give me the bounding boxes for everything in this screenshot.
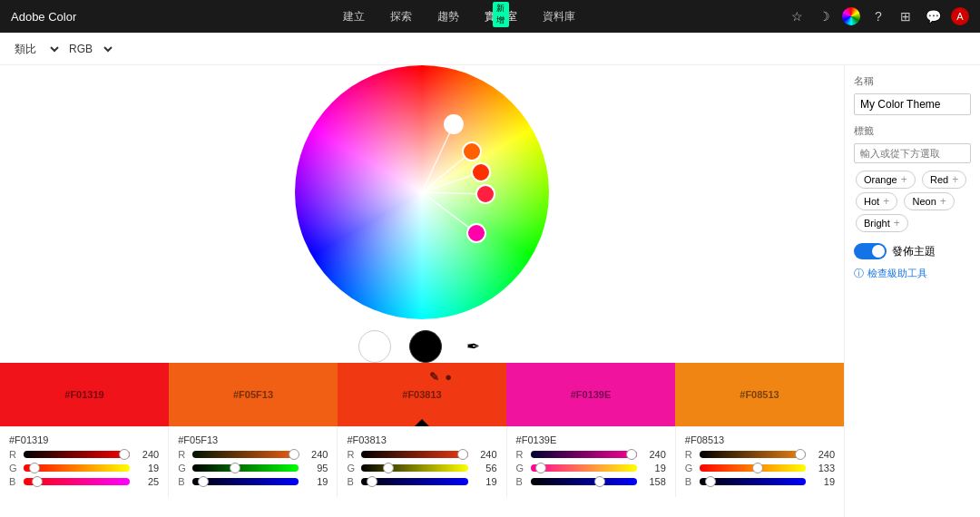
eyedropper-button[interactable]: ✒	[460, 334, 485, 359]
value-col-2: #F05F13 R 240 G 95 B	[169, 427, 338, 497]
swatch-icons: ✎ ●	[429, 370, 452, 384]
r-value-1: 240	[133, 449, 159, 460]
swatch-hex-2: #F05F13	[233, 389, 273, 400]
tag-bright[interactable]: Bright+	[856, 214, 908, 232]
wheel-controls: ✒	[358, 330, 485, 363]
channel-g-3: G 56	[347, 463, 496, 473]
r-slider-1[interactable]	[24, 451, 130, 458]
color-wheel[interactable]	[295, 65, 549, 319]
mode-select[interactable]: RGB HSB CMYK	[65, 42, 115, 56]
channel-b-2: B 19	[178, 476, 328, 487]
wheel-section: ✒	[0, 65, 844, 363]
channel-r-4: R 240	[516, 449, 666, 460]
b-value-1: 25	[133, 476, 159, 487]
value-col-3: #F03813 R 240 G 56 B	[338, 427, 506, 497]
star-icon[interactable]: ☆	[788, 7, 806, 25]
left-main: ✒ #F01319 #F05F13 #F03813 ✎ ● #F0139E	[0, 65, 844, 517]
tags-container: Orange+ Red+ Hot+ Neon+ Bright+	[854, 169, 971, 234]
r-slider-4[interactable]	[531, 451, 637, 458]
channel-r-5: R 240	[685, 449, 835, 460]
hex-label-1: #F01319	[9, 434, 159, 445]
tags-section: 標籤 Orange+ Red+ Hot+ Neon+ Bright+	[854, 124, 971, 234]
nav-trends[interactable]: 趨勢	[437, 9, 459, 24]
channel-g-1: G 19	[9, 463, 159, 473]
b-slider-4[interactable]	[531, 478, 637, 485]
r-slider-3[interactable]	[361, 451, 467, 458]
hex-label-5: #F08513	[685, 434, 835, 445]
nav-build[interactable]: 建立	[343, 9, 365, 24]
swatch-5[interactable]: #F08513	[675, 363, 844, 426]
channel-b-4: B 158	[516, 476, 666, 487]
tags-input[interactable]	[854, 143, 971, 163]
color-values-row: #F01319 R 240 G 19 B	[0, 426, 844, 497]
channel-g-5: G 133	[685, 463, 835, 473]
channel-g-4: G 19	[516, 463, 666, 473]
channel-r-2: R 240	[178, 449, 328, 460]
g-slider-2[interactable]	[192, 464, 299, 472]
app-logo: Adobe Color	[11, 10, 76, 24]
hex-label-2: #F05F13	[178, 434, 328, 445]
g-slider-4[interactable]	[531, 464, 637, 472]
g-slider-3[interactable]	[361, 464, 467, 472]
white-swatch[interactable]	[358, 330, 391, 363]
swatch-3[interactable]: #F03813 ✎ ●	[338, 363, 506, 426]
color-icon[interactable]	[842, 7, 860, 25]
tag-orange[interactable]: Orange+	[856, 171, 916, 189]
r-label-1: R	[9, 449, 20, 460]
accessibility-label: 檢查級助工具	[867, 267, 927, 280]
panel-name-title: 名稱	[854, 74, 971, 88]
grid-icon[interactable]: ⊞	[897, 7, 915, 25]
swatch-edit-icon[interactable]: ✎	[429, 370, 439, 384]
g-value-1: 19	[133, 463, 159, 473]
avatar[interactable]: A	[951, 7, 969, 25]
moon-icon[interactable]: ☽	[815, 7, 833, 25]
tag-red[interactable]: Red+	[922, 171, 966, 189]
r-slider-2[interactable]	[192, 451, 299, 458]
channel-b-1: B 25	[9, 476, 159, 487]
swatch-1[interactable]: #F01319	[0, 363, 169, 426]
swatches-row: #F01319 #F05F13 #F03813 ✎ ● #F0139E #F08…	[0, 363, 844, 426]
black-swatch[interactable]	[409, 330, 442, 363]
chat-icon[interactable]: 💬	[924, 7, 942, 25]
b-slider-1[interactable]	[24, 478, 130, 485]
publish-row: 發佈主題	[854, 243, 971, 259]
channel-b-3: B 19	[347, 476, 496, 487]
theme-name-input[interactable]	[854, 93, 971, 115]
nav-badge: 新增	[493, 2, 509, 27]
swatch-info-icon[interactable]: ●	[445, 370, 452, 384]
b-slider-5[interactable]	[700, 478, 806, 485]
swatch-2[interactable]: #F05F13	[169, 363, 338, 426]
value-col-1: #F01319 R 240 G 19 B	[0, 427, 169, 497]
b-label-1: B	[9, 476, 20, 487]
help-icon[interactable]: ?	[869, 7, 887, 25]
value-col-5: #F08513 R 240 G 133 B	[676, 427, 844, 497]
r-slider-5[interactable]	[700, 451, 806, 458]
swatch-4[interactable]: #F0139E	[506, 363, 675, 426]
wheel-container[interactable]	[295, 65, 549, 319]
nav-icons: ☆ ☽ ? ⊞ 💬 A	[788, 7, 969, 25]
swatch-hex-5: #F08513	[740, 389, 779, 400]
nav-library[interactable]: 資料庫	[543, 9, 575, 24]
g-slider-1[interactable]	[24, 464, 130, 472]
channel-g-2: G 95	[178, 463, 328, 473]
g-label-1: G	[9, 463, 20, 473]
b-slider-2[interactable]	[192, 478, 299, 485]
publish-label: 發佈主題	[892, 244, 936, 259]
nav-links: 建立 探索 趨勢 新增 實驗室 資料庫	[131, 9, 788, 24]
publish-toggle[interactable]	[854, 243, 887, 259]
value-col-4: #F0139E R 240 G 19 B	[507, 427, 676, 497]
swatch-hex-4: #F0139E	[571, 389, 612, 400]
hex-label-4: #F0139E	[516, 434, 666, 445]
nav-lab[interactable]: 新增 實驗室	[485, 9, 517, 24]
g-slider-5[interactable]	[700, 464, 806, 472]
tag-neon[interactable]: Neon+	[904, 192, 954, 210]
nav-explore[interactable]: 探索	[390, 9, 412, 24]
channel-r-1: R 240	[9, 449, 159, 460]
accessibility-link[interactable]: ⓘ 檢查級助工具	[854, 267, 971, 280]
b-slider-3[interactable]	[361, 478, 467, 485]
tag-hot[interactable]: Hot+	[856, 192, 897, 210]
sub-nav: 類比 互補 三角形 RGB HSB CMYK	[0, 33, 980, 65]
harmony-select[interactable]: 類比 互補 三角形	[11, 42, 62, 56]
channel-b-5: B 19	[685, 476, 835, 487]
top-nav: Adobe Color 建立 探索 趨勢 新增 實驗室 資料庫 ☆ ☽ ? ⊞ …	[0, 0, 980, 33]
